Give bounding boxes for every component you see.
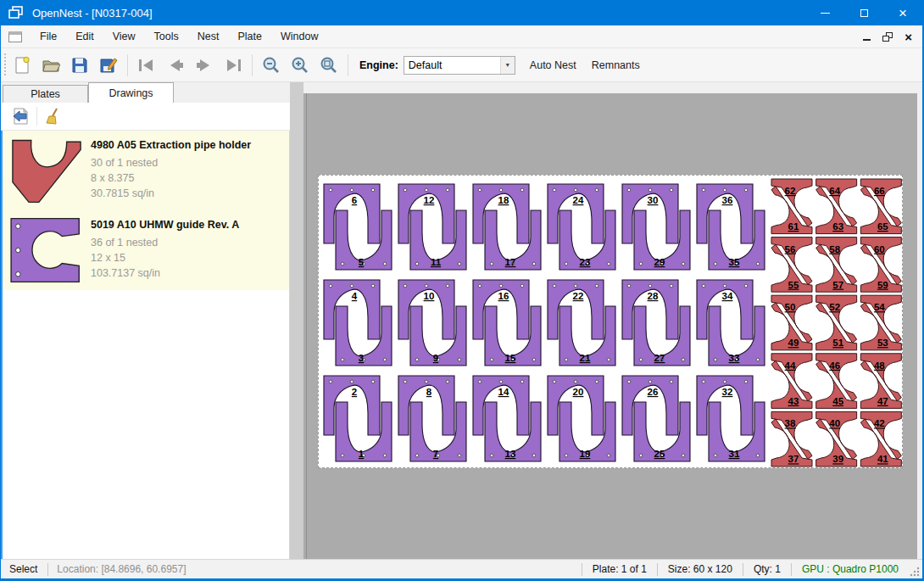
red-part-pair[interactable]: 5453 <box>860 295 901 350</box>
mdi-minimize-button[interactable] <box>863 32 871 41</box>
tab-plates[interactable]: Plates <box>3 85 88 103</box>
purple-part-pair[interactable]: 1817 <box>473 184 541 270</box>
part-number: 61 <box>788 221 799 232</box>
open-button[interactable] <box>36 52 65 79</box>
new-button[interactable] <box>8 52 36 79</box>
drawing-title: 5019 A10 UHMW guide Rev. A <box>91 219 286 231</box>
menu-nest[interactable]: Nest <box>188 25 229 47</box>
red-part-pair[interactable]: 6059 <box>860 237 901 293</box>
chevron-down-icon[interactable]: ▾ <box>500 57 515 74</box>
red-part-pair[interactable]: 4039 <box>816 411 857 466</box>
part-number: 3 <box>359 353 364 363</box>
nav-prev-button[interactable] <box>161 52 190 79</box>
zoom-out-button[interactable] <box>257 52 286 79</box>
menu-file[interactable]: File <box>31 25 66 47</box>
red-part-pair[interactable]: 6665 <box>860 179 901 234</box>
part-number: 65 <box>877 221 888 232</box>
purple-part-pair[interactable]: 87 <box>398 376 466 461</box>
nest-canvas[interactable]: 6512111817242330293635431091615222128273… <box>303 93 917 559</box>
purple-part-pair[interactable]: 2827 <box>622 280 690 366</box>
maximize-button[interactable] <box>844 0 883 25</box>
drawing-item[interactable]: 4980 A05 Extraction pipe holder30 of 1 n… <box>3 131 289 210</box>
mdi-restore-button[interactable] <box>882 32 893 42</box>
menu-tools[interactable]: Tools <box>145 25 188 47</box>
part-number: 10 <box>424 291 435 301</box>
menu-plate[interactable]: Plate <box>228 25 271 47</box>
document-window-icon[interactable] <box>8 31 22 42</box>
import-drawing-button[interactable] <box>8 104 33 128</box>
drawing-list[interactable]: 4980 A05 Extraction pipe holder30 of 1 n… <box>1 131 290 559</box>
mdi-close-button[interactable]: × <box>905 31 912 43</box>
minimize-button[interactable] <box>805 0 844 25</box>
purple-part-pair[interactable]: 2423 <box>548 184 615 270</box>
menu-view[interactable]: View <box>103 25 145 47</box>
red-part-pair[interactable]: 3837 <box>771 411 812 466</box>
close-button[interactable]: × <box>883 0 922 25</box>
title-bar: OpenNest - [N0317-004] × <box>1 0 922 25</box>
purple-part-pair[interactable]: 1615 <box>473 280 541 366</box>
part-number: 18 <box>498 195 509 205</box>
red-part-pair[interactable]: 4241 <box>860 411 901 466</box>
part-number: 36 <box>722 195 733 205</box>
splitter[interactable] <box>290 82 303 559</box>
part-number: 43 <box>788 396 799 406</box>
red-part-pair[interactable]: 6463 <box>816 179 857 234</box>
nav-first-button[interactable] <box>132 52 161 79</box>
menu-edit[interactable]: Edit <box>66 25 103 47</box>
red-part-pair[interactable]: 4847 <box>860 354 901 409</box>
part-number: 55 <box>788 280 799 290</box>
part-number: 50 <box>785 302 796 312</box>
red-part-pair[interactable]: 4443 <box>771 354 812 409</box>
drawing-size: 8 x 8.375 <box>91 170 286 186</box>
red-part-pair[interactable]: 4645 <box>816 354 857 409</box>
menu-window[interactable]: Window <box>271 25 327 47</box>
red-part-pair[interactable]: 6261 <box>771 179 812 234</box>
tab-drawings[interactable]: Drawings <box>88 82 174 103</box>
part-number: 42 <box>874 418 885 428</box>
purple-part-pair[interactable]: 3635 <box>697 184 765 270</box>
part-number: 51 <box>832 338 843 348</box>
purple-part-pair[interactable]: 1413 <box>473 376 541 461</box>
purple-part-pair[interactable]: 3029 <box>622 184 690 270</box>
purple-part-pair[interactable]: 2625 <box>622 376 690 461</box>
save-as-button[interactable] <box>94 52 123 79</box>
plate[interactable]: 6512111817242330293635431091615222128273… <box>318 175 903 468</box>
purple-part-pair[interactable]: 21 <box>324 376 392 461</box>
red-part-pair[interactable]: 5251 <box>816 295 857 350</box>
drawing-title: 4980 A05 Extraction pipe holder <box>91 139 286 151</box>
new-file-icon <box>13 56 31 75</box>
part-number: 37 <box>788 454 799 464</box>
part-number: 44 <box>785 360 796 371</box>
red-part-pair[interactable]: 5049 <box>771 295 812 350</box>
nav-last-button[interactable] <box>219 52 248 79</box>
size-status: Size: 60 x 120 <box>658 563 743 575</box>
purple-part-pair[interactable]: 3433 <box>697 280 765 366</box>
purple-part-pair[interactable]: 2221 <box>548 280 615 366</box>
purple-part-pair[interactable]: 65 <box>324 184 392 270</box>
auto-nest-button[interactable]: Auto Nest <box>522 55 584 75</box>
engine-combobox[interactable]: Default ▾ <box>404 56 515 75</box>
part-number: 6 <box>352 195 357 205</box>
nav-next-button[interactable] <box>190 52 219 79</box>
purple-part-pair[interactable]: 3231 <box>697 376 765 461</box>
part-number: 33 <box>729 353 740 363</box>
drawing-item[interactable]: 5019 A10 UHMW guide Rev. A36 of 1 nested… <box>3 210 289 290</box>
purple-part-pair[interactable]: 109 <box>398 280 466 366</box>
remnants-button[interactable]: Remnants <box>584 55 648 75</box>
clean-button[interactable] <box>41 104 66 128</box>
part-number: 40 <box>829 418 840 428</box>
part-number: 30 <box>648 195 659 205</box>
part-number: 2 <box>352 387 357 397</box>
resize-grip[interactable] <box>909 566 921 578</box>
nav-prev-icon <box>166 58 185 73</box>
purple-part-pair[interactable]: 2019 <box>548 376 615 461</box>
red-part-pair[interactable]: 5857 <box>816 237 857 293</box>
zoom-fit-button[interactable] <box>314 52 343 79</box>
purple-part-pair[interactable]: 43 <box>324 280 392 366</box>
nav-first-icon <box>137 58 156 73</box>
red-part-pair[interactable]: 5655 <box>771 237 812 293</box>
part-number: 59 <box>877 280 888 290</box>
save-button[interactable] <box>65 52 94 79</box>
zoom-in-button[interactable] <box>286 52 314 79</box>
purple-part-pair[interactable]: 1211 <box>398 184 466 270</box>
